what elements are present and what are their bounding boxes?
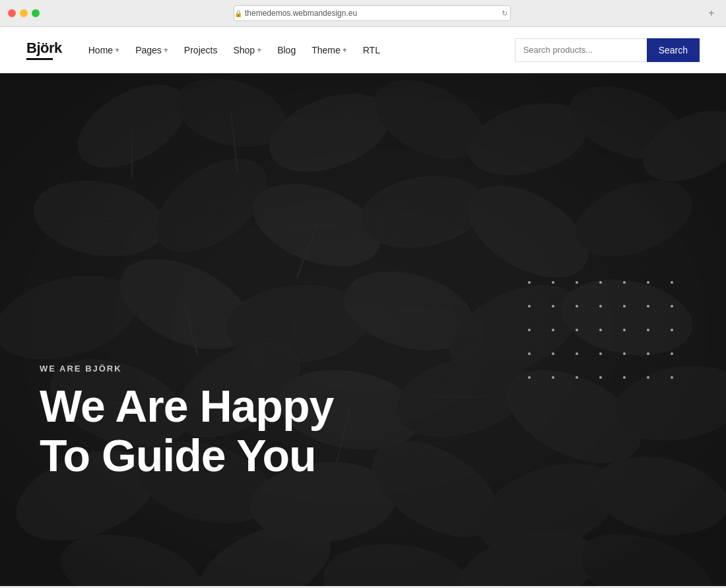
reload-icon: ↻ xyxy=(502,9,508,18)
hero-title-line2: To Guide You xyxy=(40,430,316,480)
hero-title-line1: We Are Happy xyxy=(40,381,333,431)
nav-menu: Home + Pages + Projects Shop + Blog Them… xyxy=(82,41,515,59)
traffic-lights xyxy=(8,9,40,17)
nav-home-label: Home xyxy=(88,45,113,55)
dot xyxy=(528,376,531,379)
dot xyxy=(528,329,531,331)
dot xyxy=(671,305,673,308)
nav-item-projects[interactable]: Projects xyxy=(178,41,224,59)
dot xyxy=(552,305,554,308)
nav-pages-plus-icon: + xyxy=(164,46,168,55)
hero-subtitle: WE ARE BJÖRK xyxy=(40,364,333,374)
navbar: Björk Home + Pages + Projects Shop + Blo… xyxy=(0,27,726,73)
browser-titlebar: 🔒 themedemos.webmandesign.eu ↻ + xyxy=(0,0,726,26)
dot xyxy=(671,352,673,355)
minimize-button[interactable] xyxy=(20,9,28,17)
site-logo[interactable]: Björk xyxy=(26,40,62,60)
dot xyxy=(599,376,602,379)
dot xyxy=(671,281,673,284)
search-button[interactable]: Search xyxy=(647,38,700,62)
nav-search: Search xyxy=(515,38,700,62)
url-text: themedemos.webmandesign.eu xyxy=(245,9,357,18)
address-bar: 🔒 themedemos.webmandesign.eu ↻ xyxy=(46,5,698,21)
dot xyxy=(528,352,531,355)
nav-shop-label: Shop xyxy=(233,45,255,55)
dot-grid-decoration xyxy=(528,281,673,379)
hero-title: We Are Happy To Guide You xyxy=(40,381,333,480)
nav-shop-plus-icon: + xyxy=(257,46,261,55)
dot xyxy=(552,281,554,284)
dot xyxy=(647,305,649,308)
dot xyxy=(599,329,602,331)
hero-section: WE ARE BJÖRK We Are Happy To Guide You xyxy=(0,73,726,586)
dot xyxy=(599,352,602,355)
dot xyxy=(528,281,531,284)
dot xyxy=(552,329,554,331)
dot xyxy=(599,305,602,308)
dot xyxy=(576,352,578,355)
dot xyxy=(623,376,626,379)
dot xyxy=(623,281,626,284)
nav-home-plus-icon: + xyxy=(115,46,119,55)
nav-item-pages[interactable]: Pages + xyxy=(129,41,175,59)
dot xyxy=(671,329,673,331)
nav-item-rtl[interactable]: RTL xyxy=(356,41,387,59)
nav-pages-label: Pages xyxy=(135,45,162,55)
dot xyxy=(647,281,649,284)
dot xyxy=(623,305,626,308)
nav-theme-label: Theme xyxy=(312,45,341,55)
logo-text: Björk xyxy=(26,40,62,56)
dot xyxy=(647,329,649,331)
hero-content: WE ARE BJÖRK We Are Happy To Guide You xyxy=(40,364,333,480)
dot xyxy=(576,281,578,284)
nav-item-theme[interactable]: Theme + xyxy=(305,41,354,59)
maximize-button[interactable] xyxy=(32,9,40,17)
nav-theme-plus-icon: + xyxy=(343,46,347,55)
close-button[interactable] xyxy=(8,9,16,17)
dot xyxy=(647,376,649,379)
search-input[interactable] xyxy=(515,38,647,62)
dot xyxy=(576,305,578,308)
lock-icon: 🔒 xyxy=(234,10,242,17)
dot xyxy=(576,329,578,331)
browser-chrome: 🔒 themedemos.webmandesign.eu ↻ + xyxy=(0,0,726,27)
dot xyxy=(623,352,626,355)
nav-item-blog[interactable]: Blog xyxy=(271,41,302,59)
dot xyxy=(576,376,578,379)
new-tab-button[interactable]: + xyxy=(705,7,718,20)
nav-rtl-label: RTL xyxy=(363,45,380,55)
dot xyxy=(552,376,554,379)
nav-projects-label: Projects xyxy=(184,45,218,55)
nav-item-home[interactable]: Home + xyxy=(82,41,126,59)
logo-underline xyxy=(26,58,53,60)
dot xyxy=(671,376,673,379)
dot xyxy=(647,352,649,355)
nav-item-shop[interactable]: Shop + xyxy=(226,41,268,59)
dot xyxy=(528,305,531,308)
nav-blog-label: Blog xyxy=(277,45,296,55)
dot xyxy=(599,281,602,284)
dot xyxy=(623,329,626,331)
dot xyxy=(552,352,554,355)
url-field[interactable]: 🔒 themedemos.webmandesign.eu ↻ xyxy=(234,5,511,21)
website-content: Björk Home + Pages + Projects Shop + Blo… xyxy=(0,27,726,586)
